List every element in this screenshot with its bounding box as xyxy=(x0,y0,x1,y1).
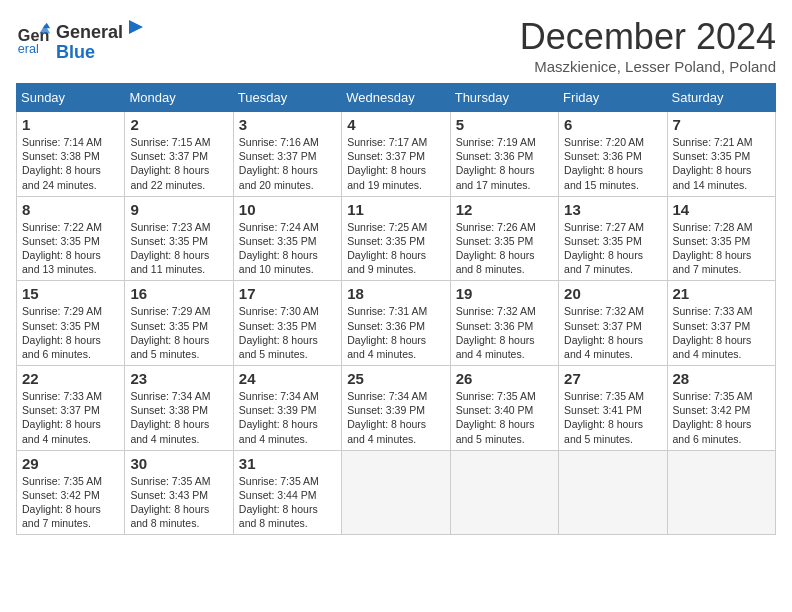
day-cell: 20Sunrise: 7:32 AM Sunset: 3:37 PM Dayli… xyxy=(559,281,667,366)
day-cell: 10Sunrise: 7:24 AM Sunset: 3:35 PM Dayli… xyxy=(233,196,341,281)
empty-day-cell xyxy=(450,450,558,535)
day-number: 25 xyxy=(347,370,444,387)
day-info: Sunrise: 7:22 AM Sunset: 3:35 PM Dayligh… xyxy=(22,220,119,277)
day-number: 5 xyxy=(456,116,553,133)
day-info: Sunrise: 7:20 AM Sunset: 3:36 PM Dayligh… xyxy=(564,135,661,192)
day-number: 14 xyxy=(673,201,770,218)
day-info: Sunrise: 7:32 AM Sunset: 3:36 PM Dayligh… xyxy=(456,304,553,361)
day-number: 26 xyxy=(456,370,553,387)
day-info: Sunrise: 7:26 AM Sunset: 3:35 PM Dayligh… xyxy=(456,220,553,277)
day-number: 8 xyxy=(22,201,119,218)
day-number: 7 xyxy=(673,116,770,133)
day-cell: 22Sunrise: 7:33 AM Sunset: 3:37 PM Dayli… xyxy=(17,366,125,451)
day-number: 15 xyxy=(22,285,119,302)
title-area: December 2024 Maszkienice, Lesser Poland… xyxy=(520,16,776,75)
day-cell: 5Sunrise: 7:19 AM Sunset: 3:36 PM Daylig… xyxy=(450,112,558,197)
calendar-day-header: Friday xyxy=(559,84,667,112)
day-info: Sunrise: 7:32 AM Sunset: 3:37 PM Dayligh… xyxy=(564,304,661,361)
day-info: Sunrise: 7:34 AM Sunset: 3:39 PM Dayligh… xyxy=(347,389,444,446)
logo-blue: Blue xyxy=(56,43,147,63)
day-info: Sunrise: 7:23 AM Sunset: 3:35 PM Dayligh… xyxy=(130,220,227,277)
day-info: Sunrise: 7:14 AM Sunset: 3:38 PM Dayligh… xyxy=(22,135,119,192)
day-cell: 14Sunrise: 7:28 AM Sunset: 3:35 PM Dayli… xyxy=(667,196,775,281)
day-info: Sunrise: 7:27 AM Sunset: 3:35 PM Dayligh… xyxy=(564,220,661,277)
day-info: Sunrise: 7:28 AM Sunset: 3:35 PM Dayligh… xyxy=(673,220,770,277)
logo-icon: Gen eral xyxy=(16,21,52,57)
calendar-table: SundayMondayTuesdayWednesdayThursdayFrid… xyxy=(16,83,776,535)
day-cell: 25Sunrise: 7:34 AM Sunset: 3:39 PM Dayli… xyxy=(342,366,450,451)
day-info: Sunrise: 7:29 AM Sunset: 3:35 PM Dayligh… xyxy=(22,304,119,361)
day-number: 24 xyxy=(239,370,336,387)
day-number: 29 xyxy=(22,455,119,472)
empty-day-cell xyxy=(342,450,450,535)
day-cell: 19Sunrise: 7:32 AM Sunset: 3:36 PM Dayli… xyxy=(450,281,558,366)
empty-day-cell xyxy=(667,450,775,535)
calendar-day-header: Saturday xyxy=(667,84,775,112)
calendar-day-header: Monday xyxy=(125,84,233,112)
day-number: 6 xyxy=(564,116,661,133)
day-info: Sunrise: 7:31 AM Sunset: 3:36 PM Dayligh… xyxy=(347,304,444,361)
day-info: Sunrise: 7:34 AM Sunset: 3:39 PM Dayligh… xyxy=(239,389,336,446)
day-info: Sunrise: 7:35 AM Sunset: 3:40 PM Dayligh… xyxy=(456,389,553,446)
day-number: 18 xyxy=(347,285,444,302)
day-number: 4 xyxy=(347,116,444,133)
day-cell: 26Sunrise: 7:35 AM Sunset: 3:40 PM Dayli… xyxy=(450,366,558,451)
logo-general: General xyxy=(56,23,123,43)
day-info: Sunrise: 7:29 AM Sunset: 3:35 PM Dayligh… xyxy=(130,304,227,361)
day-info: Sunrise: 7:17 AM Sunset: 3:37 PM Dayligh… xyxy=(347,135,444,192)
day-cell: 12Sunrise: 7:26 AM Sunset: 3:35 PM Dayli… xyxy=(450,196,558,281)
day-cell: 16Sunrise: 7:29 AM Sunset: 3:35 PM Dayli… xyxy=(125,281,233,366)
day-cell: 28Sunrise: 7:35 AM Sunset: 3:42 PM Dayli… xyxy=(667,366,775,451)
day-info: Sunrise: 7:25 AM Sunset: 3:35 PM Dayligh… xyxy=(347,220,444,277)
day-cell: 18Sunrise: 7:31 AM Sunset: 3:36 PM Dayli… xyxy=(342,281,450,366)
day-number: 22 xyxy=(22,370,119,387)
day-cell: 4Sunrise: 7:17 AM Sunset: 3:37 PM Daylig… xyxy=(342,112,450,197)
day-number: 19 xyxy=(456,285,553,302)
day-info: Sunrise: 7:33 AM Sunset: 3:37 PM Dayligh… xyxy=(673,304,770,361)
day-number: 17 xyxy=(239,285,336,302)
day-cell: 23Sunrise: 7:34 AM Sunset: 3:38 PM Dayli… xyxy=(125,366,233,451)
day-info: Sunrise: 7:24 AM Sunset: 3:35 PM Dayligh… xyxy=(239,220,336,277)
day-cell: 17Sunrise: 7:30 AM Sunset: 3:35 PM Dayli… xyxy=(233,281,341,366)
day-cell: 29Sunrise: 7:35 AM Sunset: 3:42 PM Dayli… xyxy=(17,450,125,535)
empty-day-cell xyxy=(559,450,667,535)
day-info: Sunrise: 7:30 AM Sunset: 3:35 PM Dayligh… xyxy=(239,304,336,361)
logo-arrow-icon xyxy=(125,16,147,38)
day-cell: 27Sunrise: 7:35 AM Sunset: 3:41 PM Dayli… xyxy=(559,366,667,451)
day-info: Sunrise: 7:35 AM Sunset: 3:42 PM Dayligh… xyxy=(22,474,119,531)
day-cell: 24Sunrise: 7:34 AM Sunset: 3:39 PM Dayli… xyxy=(233,366,341,451)
day-number: 3 xyxy=(239,116,336,133)
logo: Gen eral General Blue xyxy=(16,16,147,63)
day-cell: 31Sunrise: 7:35 AM Sunset: 3:44 PM Dayli… xyxy=(233,450,341,535)
day-number: 20 xyxy=(564,285,661,302)
day-number: 12 xyxy=(456,201,553,218)
day-info: Sunrise: 7:33 AM Sunset: 3:37 PM Dayligh… xyxy=(22,389,119,446)
day-info: Sunrise: 7:35 AM Sunset: 3:43 PM Dayligh… xyxy=(130,474,227,531)
day-number: 13 xyxy=(564,201,661,218)
day-number: 11 xyxy=(347,201,444,218)
location: Maszkienice, Lesser Poland, Poland xyxy=(520,58,776,75)
day-number: 30 xyxy=(130,455,227,472)
day-info: Sunrise: 7:35 AM Sunset: 3:44 PM Dayligh… xyxy=(239,474,336,531)
svg-marker-4 xyxy=(129,20,143,34)
calendar-body: 1Sunrise: 7:14 AM Sunset: 3:38 PM Daylig… xyxy=(17,112,776,535)
day-number: 2 xyxy=(130,116,227,133)
day-cell: 9Sunrise: 7:23 AM Sunset: 3:35 PM Daylig… xyxy=(125,196,233,281)
day-cell: 1Sunrise: 7:14 AM Sunset: 3:38 PM Daylig… xyxy=(17,112,125,197)
day-cell: 13Sunrise: 7:27 AM Sunset: 3:35 PM Dayli… xyxy=(559,196,667,281)
calendar-day-header: Wednesday xyxy=(342,84,450,112)
day-number: 1 xyxy=(22,116,119,133)
day-number: 16 xyxy=(130,285,227,302)
calendar-day-header: Sunday xyxy=(17,84,125,112)
day-number: 31 xyxy=(239,455,336,472)
day-number: 27 xyxy=(564,370,661,387)
day-info: Sunrise: 7:19 AM Sunset: 3:36 PM Dayligh… xyxy=(456,135,553,192)
day-cell: 8Sunrise: 7:22 AM Sunset: 3:35 PM Daylig… xyxy=(17,196,125,281)
day-cell: 21Sunrise: 7:33 AM Sunset: 3:37 PM Dayli… xyxy=(667,281,775,366)
calendar-day-header: Tuesday xyxy=(233,84,341,112)
calendar-header-row: SundayMondayTuesdayWednesdayThursdayFrid… xyxy=(17,84,776,112)
day-info: Sunrise: 7:35 AM Sunset: 3:41 PM Dayligh… xyxy=(564,389,661,446)
day-number: 10 xyxy=(239,201,336,218)
day-cell: 7Sunrise: 7:21 AM Sunset: 3:35 PM Daylig… xyxy=(667,112,775,197)
day-number: 9 xyxy=(130,201,227,218)
